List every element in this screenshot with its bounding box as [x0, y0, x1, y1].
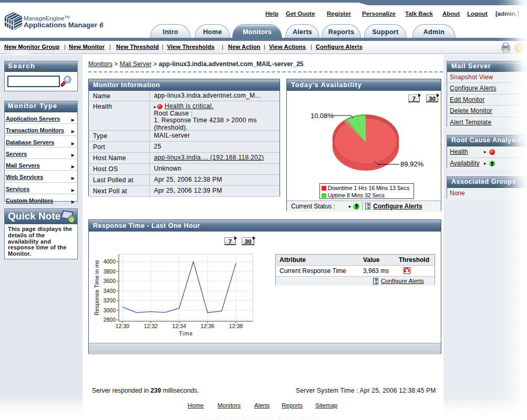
svg-text:2800: 2800 — [104, 317, 116, 323]
svg-text:12:30: 12:30 — [116, 323, 129, 329]
svg-text:3400: 3400 — [104, 288, 116, 294]
svg-text:10.08%: 10.08% — [311, 112, 334, 120]
svg-text:89.92%: 89.92% — [400, 160, 424, 168]
svg-text:Time: Time — [179, 330, 193, 337]
svg-text:Q: Q — [69, 217, 73, 222]
svg-text:Response Time in ms: Response Time in ms — [94, 260, 100, 316]
svg-text:3600: 3600 — [104, 278, 116, 284]
svg-text:4000: 4000 — [104, 258, 116, 265]
svg-text:3000: 3000 — [104, 307, 116, 313]
svg-text:12:32: 12:32 — [144, 323, 158, 329]
svg-text:12:36: 12:36 — [201, 323, 214, 329]
svg-text:3200: 3200 — [104, 297, 116, 303]
svg-text:3800: 3800 — [104, 268, 116, 275]
svg-text:12:34: 12:34 — [172, 323, 186, 329]
svg-text:12:38: 12:38 — [229, 323, 243, 329]
